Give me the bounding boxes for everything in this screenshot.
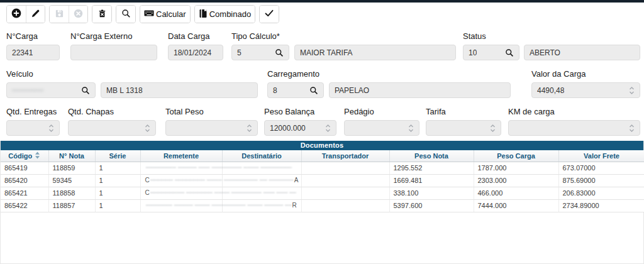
ncarga-label: N°Carga xyxy=(6,31,38,41)
column-header-peso-nota[interactable]: Peso Nota xyxy=(389,150,474,162)
column-header-transportador[interactable]: Transportador xyxy=(301,150,389,162)
status-desc-field[interactable]: ABERTO xyxy=(524,45,640,60)
remetente-suffix: A xyxy=(294,177,299,184)
cell-peso-carga: 466.000 xyxy=(474,187,558,199)
tarifa-field[interactable] xyxy=(426,120,501,136)
ncarga-field[interactable]: 22341 xyxy=(6,45,60,60)
veiculo-desc-field[interactable]: MB L 1318 xyxy=(101,82,258,98)
pedagio-spinner-icon[interactable] xyxy=(408,124,414,133)
sort-icon[interactable] xyxy=(35,151,40,160)
qtd-chapas-field[interactable] xyxy=(68,120,156,136)
data-carga-field[interactable]: 18/01/2024 xyxy=(168,45,223,60)
qtd-entregas-field[interactable] xyxy=(6,120,60,136)
book-icon xyxy=(199,9,208,20)
km-carga-spinner-icon[interactable] xyxy=(629,124,635,133)
total-peso-field[interactable] xyxy=(165,120,258,136)
carregamento-field[interactable]: 8 xyxy=(267,82,324,98)
table-row[interactable]: 865420 59345 1 C ╌╌╌╌╌╌ ╌╌╌╌╌╌╌╌ ╌╌╌╌ ╌╌… xyxy=(1,174,644,187)
peso-balanca-field[interactable]: 12000.000 xyxy=(264,120,336,136)
km-carga-field[interactable] xyxy=(508,120,640,136)
cell-serie: 1 xyxy=(95,174,140,187)
cell-codigo: 865420 xyxy=(1,174,48,187)
cell-codigo: 865421 xyxy=(1,187,48,199)
carregamento-desc-field[interactable]: PAPELAO xyxy=(329,82,511,98)
ncarga-externo-field[interactable] xyxy=(70,45,157,60)
window-top-border xyxy=(0,0,644,3)
tarifa-spinner-icon[interactable] xyxy=(490,124,496,133)
delete-button[interactable] xyxy=(92,6,111,23)
status-search-icon[interactable] xyxy=(505,48,514,57)
tipo-calculo-field[interactable]: 5 xyxy=(231,45,289,60)
column-header-n-nota[interactable]: N° Nota xyxy=(48,150,95,162)
cell-peso-nota: 338.100 xyxy=(389,187,474,199)
search-button[interactable] xyxy=(116,6,135,23)
remetente-redacted-text: ╌╌╌╌╌╌╌╌╌ ╌╌╌╌╌╌╌ ╌╌╌╌ ╌╌╌╌╌╌╌╌ ╌╌╌ ╌╌╌ … xyxy=(150,189,296,196)
add-button[interactable] xyxy=(7,6,26,23)
pedagio-label: Pedágio xyxy=(344,107,374,116)
save-button[interactable] xyxy=(50,6,69,23)
table-row[interactable]: 865419 118859 1 ╌╌╌╌╌╌╌╌ ╌╌╌╌╌ ╌╌╌ ╌╌╌╌╌… xyxy=(1,162,644,174)
column-header-codigo[interactable]: Código xyxy=(1,150,48,162)
pedagio-field[interactable] xyxy=(344,120,419,136)
toolbar-group-calcular: Calcular xyxy=(140,5,191,23)
column-header-remetente[interactable]: Remetente xyxy=(140,150,222,162)
cell-peso-nota: 1295.552 xyxy=(389,162,474,174)
column-header-peso-carga[interactable]: Peso Carga xyxy=(474,150,558,162)
veiculo-label: Veículo xyxy=(6,69,33,79)
toolbar-group-save xyxy=(49,5,88,23)
remetente-redacted-text: ╌╌╌╌╌╌╌╌ ╌╌╌╌╌ ╌╌╌ ╌╌╌╌╌╌╌╌ ╌╌╌╌ ╌╌╌╌╌╌╌… xyxy=(146,164,292,171)
toolbar-group-combinado: Combinado xyxy=(194,5,256,23)
qtd-entregas-label: Qtd. Entregas xyxy=(6,107,57,116)
table-row[interactable]: 865422 118857 1 ╌╌╌╌╌╌╌ ╌╌╌╌╌ ╌╌╌╌ ╌╌╌╌╌… xyxy=(1,199,644,212)
peso-balanca-spinner-icon[interactable] xyxy=(325,124,331,133)
search-icon xyxy=(121,9,131,20)
total-peso-spinner-icon[interactable] xyxy=(247,124,252,133)
cell-codigo: 865419 xyxy=(1,162,48,174)
cell-peso-carga: 7444.000 xyxy=(474,199,558,212)
keyboard-icon xyxy=(144,9,154,19)
toolbar-group-delete xyxy=(92,5,112,23)
ncarga-externo-label: N°Carga Externo xyxy=(70,31,132,41)
cancel-button[interactable] xyxy=(69,6,87,23)
cell-n-nota: 118857 xyxy=(48,199,95,212)
tipo-calculo-desc-field[interactable]: MAIOR TARIFA xyxy=(294,45,456,60)
confirm-button[interactable] xyxy=(260,6,279,23)
cell-remetente: ╌╌╌╌╌╌╌╌ ╌╌╌╌╌ ╌╌╌ ╌╌╌╌╌╌╌╌ ╌╌╌╌ ╌╌╌╌╌╌╌… xyxy=(140,162,222,174)
cell-serie: 1 xyxy=(95,187,140,199)
qtd-chapas-spinner-icon[interactable] xyxy=(145,124,150,133)
cancel-circle-icon xyxy=(74,9,83,20)
valor-carga-field[interactable]: 4490,48 xyxy=(531,82,640,98)
veiculo-field[interactable]: ╌╌╌╌╌╌╌ xyxy=(6,82,96,98)
save-icon xyxy=(55,9,64,20)
total-peso-label: Total Peso xyxy=(165,107,204,116)
cell-valor-frete: 673.07000 xyxy=(558,162,644,174)
codigo-header-label: Código xyxy=(8,152,32,160)
calcular-button-label: Calcular xyxy=(156,9,186,19)
cell-n-nota: 59345 xyxy=(48,174,95,187)
cell-peso-carga: 1787.000 xyxy=(474,162,558,174)
documents-table: Código N° Nota Série Remetente Destinatá… xyxy=(1,150,644,212)
valor-carga-label: Valor da Carga xyxy=(531,69,586,79)
calcular-button[interactable]: Calcular xyxy=(140,6,190,23)
status-field[interactable]: 10 xyxy=(463,45,519,60)
edit-button[interactable] xyxy=(26,6,45,23)
column-header-valor-frete[interactable]: Valor Frete xyxy=(558,150,644,162)
carregamento-search-icon[interactable] xyxy=(309,86,318,95)
cell-peso-nota: 1669.481 xyxy=(389,174,474,187)
table-row[interactable]: 865421 118858 1 C ╌╌╌╌╌╌╌╌╌ ╌╌╌╌╌╌╌ ╌╌╌╌… xyxy=(1,187,644,199)
status-code: 10 xyxy=(469,48,477,57)
valor-carga-value: 4490,48 xyxy=(537,86,564,95)
veiculo-search-icon[interactable] xyxy=(81,86,90,95)
documents-panel: Documentos Código N xyxy=(0,141,644,264)
column-header-destinatario[interactable]: Destinatário xyxy=(222,150,301,162)
remetente-suffix: R xyxy=(292,202,297,209)
combinado-button[interactable]: Combinado xyxy=(195,6,255,23)
column-header-serie[interactable]: Série xyxy=(95,150,140,162)
cell-transportador xyxy=(301,174,389,187)
tipo-calculo-search-icon[interactable] xyxy=(275,48,284,57)
cell-transportador xyxy=(301,199,389,212)
qtd-entregas-spinner-icon[interactable] xyxy=(48,124,54,133)
peso-balanca-label: Peso Balança xyxy=(264,107,314,116)
toolbar-group-search xyxy=(116,5,136,23)
valor-carga-spinner-icon[interactable] xyxy=(629,86,635,95)
